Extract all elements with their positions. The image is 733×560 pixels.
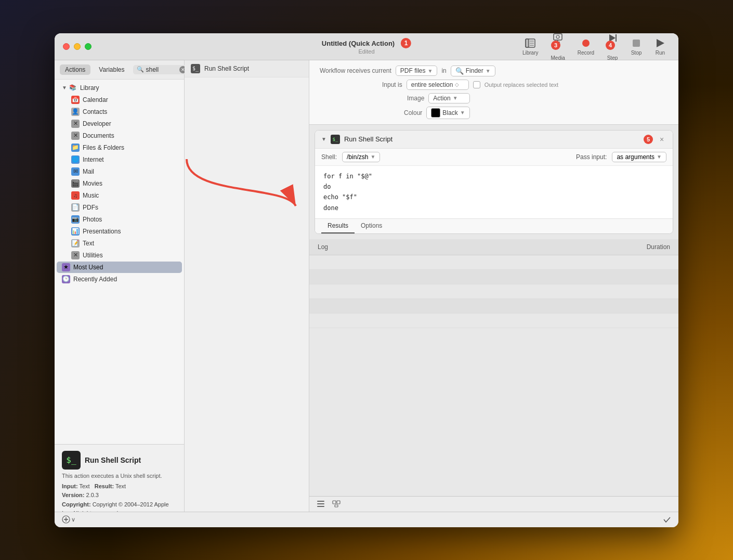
log-row-2 — [309, 270, 678, 284]
presentations-label: Presentations — [83, 228, 121, 235]
text-icon: 📝 — [71, 239, 80, 248]
step-button[interactable]: 4 Step — [603, 33, 622, 63]
mail-icon: ✉ — [71, 167, 80, 176]
colour-select[interactable]: Black ▼ — [426, 107, 469, 119]
result-meta-value: Text — [115, 483, 126, 489]
shell-select[interactable]: /bin/zsh ▼ — [342, 152, 380, 162]
pdf-files-select[interactable]: PDF files ▼ — [396, 66, 438, 76]
library-button[interactable]: Library — [518, 35, 543, 58]
log-row-3 — [309, 284, 678, 299]
log-row-5 — [309, 314, 678, 328]
chevron-down-icon: ▼ — [428, 68, 433, 74]
script-options: Shell: /bin/zsh ▼ Pass input: as argumen… — [315, 149, 673, 166]
script-header: ▼ $_ Run Shell Script 5 × — [315, 131, 673, 149]
bottom-right — [661, 514, 673, 525]
sidebar-item-most-used[interactable]: ★ Most Used — [57, 262, 182, 273]
chevron-down-icon-6: ▼ — [370, 154, 375, 160]
script-close-button[interactable]: × — [657, 135, 666, 144]
files-folders-icon: 📁 — [71, 144, 80, 152]
shell-label: Shell: — [321, 153, 337, 161]
stop-label: Stop — [631, 50, 642, 56]
tab-options[interactable]: Options — [355, 219, 388, 233]
sidebar-item-contacts[interactable]: 👤 Contacts — [57, 106, 182, 118]
close-button[interactable] — [63, 43, 70, 50]
sidebar-item-calendar[interactable]: 📅 Calendar — [57, 94, 182, 106]
internet-icon: 🌐 — [71, 155, 80, 164]
log-header: Log Duration — [309, 239, 678, 255]
image-action-select[interactable]: Action ▼ — [428, 93, 470, 103]
output-replaces-label: Output replaces selected text — [485, 82, 558, 88]
pass-input-select[interactable]: as arguments ▼ — [612, 152, 666, 162]
svg-marker-11 — [657, 39, 664, 47]
left-panel: Actions Variables 🔍 ✕ ▼ 📚 Library 📅 Cale — [55, 60, 185, 512]
svg-rect-10 — [633, 40, 640, 47]
output-replaces-checkbox[interactable] — [473, 81, 480, 88]
list-view-button[interactable] — [315, 499, 327, 509]
entire-selection-select[interactable]: entire selection ◇ — [407, 80, 469, 90]
maximize-button[interactable] — [85, 43, 91, 50]
sidebar-item-documents[interactable]: ✕ Documents — [57, 130, 182, 141]
sidebar-item-library[interactable]: ▼ 📚 Library — [57, 82, 182, 94]
sidebar-item-pdfs[interactable]: 📄 PDFs — [57, 202, 182, 213]
calendar-icon: 📅 — [71, 96, 80, 104]
input-meta-value: Text — [79, 483, 89, 489]
code-line-4: done — [323, 203, 664, 213]
media-button[interactable]: 3 Media — [547, 33, 569, 63]
sidebar-item-movies[interactable]: 🎬 Movies — [57, 178, 182, 189]
pass-input-value: as arguments — [617, 153, 655, 161]
input-meta-label: Input: — [62, 483, 78, 489]
info-title: Run Shell Script — [85, 456, 141, 464]
record-label: Record — [578, 50, 594, 56]
developer-icon: ✕ — [71, 120, 80, 128]
flow-view-button[interactable] — [330, 499, 343, 509]
record-button[interactable]: Record — [573, 35, 598, 58]
window-title: Untitled (Quick Action) — [322, 40, 395, 47]
log-row-1 — [309, 255, 678, 270]
sidebar-item-utilities[interactable]: ✕ Utilities — [57, 250, 182, 261]
badge-1: 1 — [401, 38, 411, 48]
sidebar-item-mail[interactable]: ✉ Mail — [57, 166, 182, 177]
svg-rect-18 — [335, 505, 338, 507]
badge-4: 4 — [606, 41, 615, 50]
sidebar-item-internet[interactable]: 🌐 Internet — [57, 154, 182, 165]
most-used-icon: ★ — [62, 263, 70, 271]
run-button[interactable]: Run — [650, 35, 670, 58]
text-label: Text — [83, 240, 94, 247]
svg-rect-1 — [526, 39, 529, 47]
script-code-area[interactable]: for f in "$@" do echo "$f" done — [315, 166, 673, 219]
tab-results[interactable]: Results — [321, 219, 355, 233]
colour-value: Black — [442, 109, 457, 116]
variables-tab[interactable]: Variables — [94, 64, 129, 75]
version-meta-label: Version: — [62, 492, 84, 498]
contacts-icon: 👤 — [71, 108, 80, 116]
recently-added-label: Recently Added — [73, 276, 117, 283]
chevron-down-icon-5: ▼ — [460, 110, 465, 115]
svg-rect-5 — [554, 34, 562, 40]
music-icon: ♫ — [71, 191, 80, 200]
sidebar-item-photos[interactable]: 📷 Photos — [57, 214, 182, 225]
stop-button[interactable]: Stop — [626, 35, 646, 58]
left-toolbar: Actions Variables 🔍 ✕ — [55, 60, 184, 80]
titlebar: Untitled (Quick Action) 1 Edited Library — [55, 33, 678, 60]
sidebar-item-files-folders[interactable]: 📁 Files & Folders — [57, 142, 182, 153]
sidebar-item-recently-added[interactable]: 🕒 Recently Added — [57, 274, 182, 285]
script-block-title: Run Shell Script — [344, 135, 639, 143]
minimize-button[interactable] — [74, 43, 81, 50]
actions-tab[interactable]: Actions — [60, 64, 90, 75]
version-meta-value: 2.0.3 — [86, 492, 98, 498]
finder-select[interactable]: 🔍 Finder ▼ — [451, 66, 495, 76]
sidebar-item-music[interactable]: ♫ Music — [57, 190, 182, 201]
run-shell-script-item[interactable]: $_ Run Shell Script — [185, 60, 309, 77]
utilities-icon: ✕ — [71, 251, 80, 259]
library-label: Library — [80, 84, 99, 92]
svg-rect-16 — [333, 501, 336, 504]
validate-button[interactable] — [661, 514, 673, 525]
window-title-section: Untitled (Quick Action) 1 Edited — [322, 38, 411, 55]
sidebar-item-text[interactable]: 📝 Text — [57, 238, 182, 249]
sidebar-item-presentations[interactable]: 📊 Presentations — [57, 226, 182, 237]
add-action-button[interactable]: ∨ — [60, 514, 77, 525]
image-label: Image — [407, 95, 424, 102]
script-info-icon: $_ — [62, 451, 81, 470]
search-input[interactable] — [146, 66, 177, 73]
sidebar-item-developer[interactable]: ✕ Developer — [57, 118, 182, 129]
